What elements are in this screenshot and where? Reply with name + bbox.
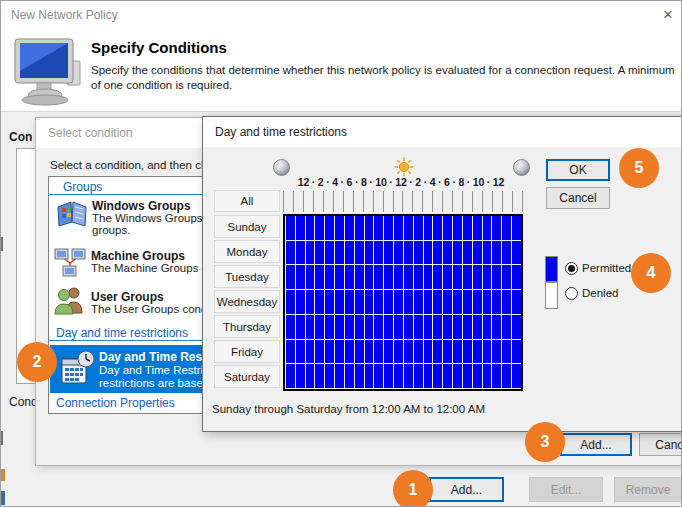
permitted-radio[interactable]: Permitted — [565, 261, 631, 275]
select-condition-cancel-button[interactable]: Cancel — [639, 433, 682, 456]
hour-scale: 12 · 2 · 4 · 6 · 8 · 10 · 12 · 2 · 4 · 6… — [266, 176, 536, 188]
list-item-desc: The Machine Groups c — [91, 262, 207, 274]
wizard-edit-button: Edit... — [529, 477, 603, 502]
day-row-wednesday-button[interactable]: Wednesday — [214, 290, 280, 313]
machine-groups-icon — [53, 247, 87, 279]
user-groups-icon — [53, 285, 85, 315]
schedule-grid[interactable] — [283, 214, 523, 391]
permitted-color-swatch — [545, 256, 558, 282]
day-row-all-button[interactable]: All — [214, 190, 280, 212]
condition-description-label: Cond — [9, 395, 38, 409]
list-item-desc: The Windows Groups c — [92, 212, 212, 224]
selected-item-title: Day and Time Restri — [99, 350, 214, 364]
denied-color-swatch — [545, 282, 558, 309]
screen-edge-fragment — [1, 237, 3, 251]
list-item-desc: The User Groups cond — [91, 303, 207, 315]
list-item-user-groups[interactable]: User Groups — [91, 290, 164, 304]
day-row-saturday-button[interactable]: Saturday — [214, 365, 280, 388]
screen-edge-fragment — [1, 431, 3, 445]
day-time-restrictions-dialog: Day and time restrictions 12 · 2 · 4 · 6… — [202, 116, 682, 432]
window-title: New Network Policy — [11, 8, 118, 22]
day-row-monday-button[interactable]: Monday — [214, 240, 280, 263]
denied-radio-label: Denied — [582, 287, 618, 299]
list-item-windows-groups[interactable]: Windows Groups — [92, 199, 191, 213]
select-condition-instruction: Select a condition, and then clic — [50, 159, 212, 171]
windows-groups-icon — [56, 199, 88, 230]
day-row-thursday-button[interactable]: Thursday — [214, 315, 280, 338]
screenshot-root: New Network Policy ✕ Specify Conditions … — [0, 0, 682, 507]
day-row-sunday-button[interactable]: Sunday — [214, 215, 280, 238]
annotation-badge-2: 2 — [17, 342, 57, 382]
list-item-desc: groups. — [92, 224, 130, 236]
wizard-remove-button: Remove — [614, 477, 682, 502]
list-item-machine-groups[interactable]: Machine Groups — [91, 249, 185, 263]
annotation-badge-3: 3 — [525, 422, 565, 462]
selected-item-desc: restrictions are based o — [99, 377, 219, 389]
dialog-cancel-button[interactable]: Cancel — [546, 187, 610, 209]
screen-edge-fragment — [1, 469, 5, 481]
annotation-badge-1: 1 — [393, 470, 433, 507]
select-condition-add-button[interactable]: Add... — [560, 433, 632, 456]
day-row-tuesday-button[interactable]: Tuesday — [214, 265, 280, 288]
day-time-restrictions-icon — [60, 349, 96, 389]
page-title: Specify Conditions — [91, 39, 227, 56]
day-row-friday-button[interactable]: Friday — [214, 340, 280, 363]
annotation-badge-5: 5 — [619, 148, 659, 188]
annotation-badge-4: 4 — [631, 253, 671, 293]
moon-icon — [513, 159, 530, 176]
radio-dot — [565, 287, 578, 300]
wizard-add-button[interactable]: Add... — [429, 477, 504, 502]
ok-button[interactable]: OK — [546, 159, 610, 181]
day-time-dialog-title: Day and time restrictions — [215, 125, 347, 139]
conditions-label: Con — [9, 130, 32, 144]
screen-edge-fragment — [1, 491, 5, 505]
sun-icon — [394, 157, 414, 177]
moon-icon — [273, 159, 290, 176]
radio-dot — [565, 262, 578, 275]
hour-tick-marks — [283, 191, 523, 212]
close-icon[interactable]: ✕ — [657, 5, 679, 25]
select-condition-title: Select condition — [48, 126, 133, 140]
computer-icon — [7, 37, 87, 107]
denied-radio[interactable]: Denied — [565, 286, 618, 300]
day-time-dialog-titlebar: Day and time restrictions — [203, 117, 682, 147]
permitted-radio-label: Permitted — [582, 262, 631, 274]
page-description: Specify the conditions that determine wh… — [91, 63, 677, 93]
selected-item-desc: Day and Time Restricti — [99, 364, 215, 376]
schedule-summary: Sunday through Saturday from 12:00 AM to… — [212, 403, 485, 415]
